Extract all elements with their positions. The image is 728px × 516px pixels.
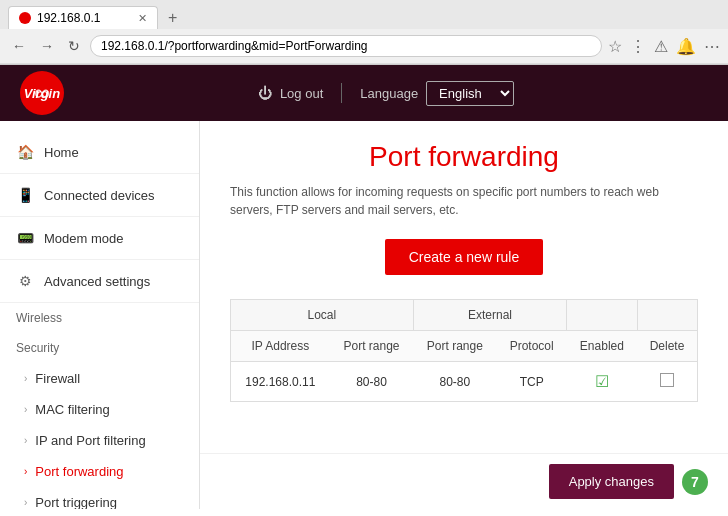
enabled-group-header — [567, 300, 637, 331]
sidebar-item-advanced-label: Advanced settings — [44, 274, 150, 289]
logo-area: Virgin ∞ — [20, 71, 64, 115]
external-group-header: External — [413, 300, 567, 331]
header-center: ⏻ Log out Language English Français Espa… — [64, 81, 708, 106]
cell-ext-port: 80-80 — [413, 362, 496, 402]
reload-button[interactable]: ↻ — [64, 36, 84, 56]
browser-toolbar: ← → ↻ ☆ ⋮ ⚠ 🔔 ⋯ — [0, 29, 728, 64]
bookmark-icon[interactable]: ☆ — [608, 37, 622, 56]
ip-port-filtering-label: IP and Port filtering — [35, 433, 145, 448]
logo-text: Virgin — [24, 86, 60, 101]
sidebar-sub-item-port-triggering[interactable]: › Port triggering — [0, 487, 199, 509]
sidebar-item-advanced-settings[interactable]: ⚙ Advanced settings — [0, 260, 199, 303]
modem-icon: 📟 — [16, 229, 34, 247]
extensions-icon[interactable]: ⚠ — [654, 37, 668, 56]
delete-checkbox[interactable] — [660, 373, 674, 387]
tab-title: 192.168.0.1 — [37, 11, 100, 25]
sidebar: 🏠 Home 📱 Connected devices 📟 Modem mode … — [0, 121, 200, 509]
port-forwarding-table: Local External IP Address Port range Por… — [230, 299, 698, 402]
cell-local-port: 80-80 — [330, 362, 413, 402]
enabled-check-icon: ☑ — [595, 373, 609, 390]
tab-close-button[interactable]: ✕ — [138, 12, 147, 25]
firewall-label: Firewall — [35, 371, 80, 386]
sidebar-item-connected-devices[interactable]: 📱 Connected devices — [0, 174, 199, 217]
devices-icon: 📱 — [16, 186, 34, 204]
sidebar-sub-item-port-forwarding[interactable]: › Port forwarding — [0, 456, 199, 487]
sidebar-item-modem-mode[interactable]: 📟 Modem mode — [0, 217, 199, 260]
cell-ip: 192.168.0.11 — [231, 362, 330, 402]
firewall-chevron-icon: › — [24, 373, 27, 384]
table-group-header-row: Local External — [231, 300, 697, 331]
port-forwarding-label: Port forwarding — [35, 464, 123, 479]
language-select[interactable]: English Français Español — [426, 81, 514, 106]
header-divider — [341, 83, 342, 103]
badge-counter: 7 — [682, 469, 708, 495]
sidebar-item-modem-label: Modem mode — [44, 231, 123, 246]
port-triggering-label: Port triggering — [35, 495, 117, 509]
col-protocol: Protocol — [497, 331, 567, 362]
create-rule-button[interactable]: Create a new rule — [385, 239, 544, 275]
delete-group-header — [637, 300, 697, 331]
home-icon: 🏠 — [16, 143, 34, 161]
col-enabled: Enabled — [567, 331, 637, 362]
security-section-label: Security — [0, 333, 199, 363]
ip-chevron-icon: › — [24, 435, 27, 446]
cell-delete[interactable] — [637, 362, 697, 402]
page-title: Port forwarding — [230, 141, 698, 173]
settings-icon[interactable]: ⋯ — [704, 37, 720, 56]
table-sub-header-row: IP Address Port range Port range Protoco… — [231, 331, 697, 362]
toolbar-right: ☆ ⋮ ⚠ 🔔 ⋯ — [608, 37, 720, 56]
logo: Virgin ∞ — [20, 71, 64, 115]
app-body: 🏠 Home 📱 Connected devices 📟 Modem mode … — [0, 121, 728, 509]
forward-button[interactable]: → — [36, 36, 58, 56]
menu-icon[interactable]: ⋮ — [630, 37, 646, 56]
browser-chrome: 192.168.0.1 ✕ + ← → ↻ ☆ ⋮ ⚠ 🔔 ⋯ — [0, 0, 728, 65]
browser-tab[interactable]: 192.168.0.1 ✕ — [8, 6, 158, 29]
settings-gear-icon: ⚙ — [16, 272, 34, 290]
bottom-bar: Apply changes 7 — [200, 453, 728, 509]
col-local-port-range: Port range — [330, 331, 413, 362]
new-tab-button[interactable]: + — [162, 7, 183, 29]
page-description: This function allows for incoming reques… — [230, 183, 698, 219]
address-bar[interactable] — [90, 35, 602, 57]
sidebar-item-home-label: Home — [44, 145, 79, 160]
cell-protocol: TCP — [497, 362, 567, 402]
mac-chevron-icon: › — [24, 404, 27, 415]
col-delete: Delete — [637, 331, 697, 362]
logout-button[interactable]: Log out — [280, 86, 323, 101]
language-section: Language English Français Español — [360, 81, 514, 106]
main-content: Port forwarding This function allows for… — [200, 121, 728, 453]
table-row: 192.168.0.11 80-80 80-80 TCP ☑ — [231, 362, 697, 402]
sidebar-sub-item-mac-filtering[interactable]: › MAC filtering — [0, 394, 199, 425]
col-ext-port-range: Port range — [413, 331, 496, 362]
power-icon: ⏻ — [258, 85, 272, 101]
cell-enabled[interactable]: ☑ — [567, 362, 637, 402]
back-button[interactable]: ← — [8, 36, 30, 56]
app-header: Virgin ∞ ⏻ Log out Language English Fran… — [0, 65, 728, 121]
tab-favicon — [19, 12, 31, 24]
port-trig-chevron-icon: › — [24, 497, 27, 508]
tab-bar: 192.168.0.1 ✕ + — [0, 0, 728, 29]
col-ip-address: IP Address — [231, 331, 330, 362]
sidebar-sub-item-ip-port-filtering[interactable]: › IP and Port filtering — [0, 425, 199, 456]
sidebar-item-home[interactable]: 🏠 Home — [0, 131, 199, 174]
port-fwd-chevron-icon: › — [24, 466, 27, 477]
language-label: Language — [360, 86, 418, 101]
main-area: Port forwarding This function allows for… — [200, 121, 728, 509]
sidebar-item-devices-label: Connected devices — [44, 188, 155, 203]
apply-changes-button[interactable]: Apply changes — [549, 464, 674, 499]
mac-filtering-label: MAC filtering — [35, 402, 109, 417]
profile-icon[interactable]: 🔔 — [676, 37, 696, 56]
wireless-section-label: Wireless — [0, 303, 199, 333]
local-group-header: Local — [231, 300, 413, 331]
sidebar-sub-item-firewall[interactable]: › Firewall — [0, 363, 199, 394]
